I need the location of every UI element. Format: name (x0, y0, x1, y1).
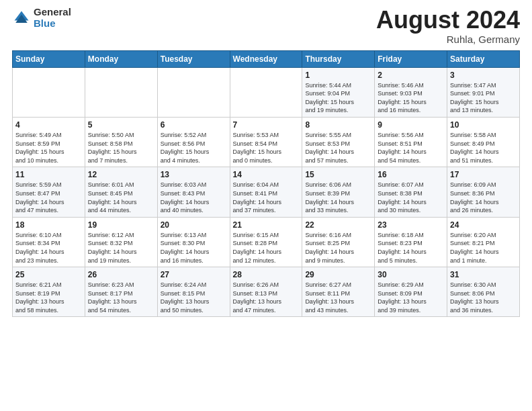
col-thursday: Thursday (302, 50, 375, 67)
calendar-week-4: 18Sunrise: 6:10 AMSunset: 8:34 PMDayligh… (13, 217, 520, 267)
calendar-cell: 9Sunrise: 5:56 AMSunset: 8:51 PMDaylight… (375, 117, 447, 167)
day-number: 28 (233, 270, 300, 279)
calendar-cell: 20Sunrise: 6:13 AMSunset: 8:30 PMDayligh… (157, 217, 230, 267)
day-number: 11 (15, 170, 82, 179)
day-number: 26 (88, 270, 154, 279)
day-number: 13 (161, 170, 227, 179)
day-info: Sunrise: 6:04 AMSunset: 8:41 PMDaylight:… (233, 181, 300, 214)
col-monday: Monday (85, 50, 157, 67)
day-info: Sunrise: 6:29 AMSunset: 8:09 PMDaylight:… (378, 281, 444, 314)
calendar-cell: 25Sunrise: 6:21 AMSunset: 8:19 PMDayligh… (13, 267, 85, 317)
calendar-cell: 29Sunrise: 6:27 AMSunset: 8:11 PMDayligh… (302, 267, 375, 317)
day-info: Sunrise: 6:15 AMSunset: 8:28 PMDaylight:… (233, 231, 300, 265)
day-info: Sunrise: 6:16 AMSunset: 8:25 PMDaylight:… (305, 231, 371, 265)
day-number: 10 (450, 120, 517, 130)
day-number: 16 (378, 170, 444, 179)
calendar-cell: 16Sunrise: 6:07 AMSunset: 8:38 PMDayligh… (375, 167, 447, 217)
day-info: Sunrise: 6:24 AMSunset: 8:15 PMDaylight:… (161, 281, 227, 314)
day-info: Sunrise: 6:26 AMSunset: 8:13 PMDaylight:… (233, 281, 300, 314)
day-number: 2 (378, 71, 444, 80)
day-number: 8 (305, 120, 371, 130)
day-number: 21 (233, 220, 300, 230)
page: General Blue August 2024 Ruhla, Germany … (0, 0, 532, 411)
day-number: 5 (88, 120, 154, 130)
calendar-cell: 2Sunrise: 5:46 AMSunset: 9:03 PMDaylight… (375, 67, 447, 117)
day-number: 23 (378, 220, 444, 230)
day-info: Sunrise: 5:56 AMSunset: 8:51 PMDaylight:… (378, 131, 444, 165)
calendar-cell: 14Sunrise: 6:04 AMSunset: 8:41 PMDayligh… (230, 167, 302, 217)
calendar-cell: 23Sunrise: 6:18 AMSunset: 8:23 PMDayligh… (375, 217, 447, 267)
col-saturday: Saturday (447, 50, 520, 67)
calendar-title: August 2024 (376, 7, 520, 34)
calendar-cell: 12Sunrise: 6:01 AMSunset: 8:45 PMDayligh… (85, 167, 157, 217)
calendar-week-5: 25Sunrise: 6:21 AMSunset: 8:19 PMDayligh… (13, 267, 520, 317)
day-number: 12 (88, 170, 154, 179)
col-tuesday: Tuesday (157, 50, 230, 67)
day-info: Sunrise: 6:23 AMSunset: 8:17 PMDaylight:… (88, 281, 154, 314)
calendar-cell: 22Sunrise: 6:16 AMSunset: 8:25 PMDayligh… (302, 217, 375, 267)
calendar-cell: 30Sunrise: 6:29 AMSunset: 8:09 PMDayligh… (375, 267, 447, 317)
day-info: Sunrise: 6:09 AMSunset: 8:36 PMDaylight:… (450, 181, 517, 214)
day-number: 30 (378, 270, 444, 279)
day-info: Sunrise: 5:50 AMSunset: 8:58 PMDaylight:… (88, 131, 154, 165)
day-info: Sunrise: 6:13 AMSunset: 8:30 PMDaylight:… (161, 231, 227, 265)
calendar-cell: 8Sunrise: 5:55 AMSunset: 8:53 PMDaylight… (302, 117, 375, 167)
day-info: Sunrise: 6:03 AMSunset: 8:43 PMDaylight:… (161, 181, 227, 214)
day-number: 17 (450, 170, 517, 179)
day-info: Sunrise: 6:30 AMSunset: 8:06 PMDaylight:… (450, 281, 517, 314)
calendar-table: Sunday Monday Tuesday Wednesday Thursday… (12, 50, 520, 318)
day-number: 4 (15, 120, 82, 130)
calendar-cell: 28Sunrise: 6:26 AMSunset: 8:13 PMDayligh… (230, 267, 302, 317)
logo: General Blue (12, 7, 71, 29)
day-number: 15 (305, 170, 371, 179)
calendar-week-2: 4Sunrise: 5:49 AMSunset: 8:59 PMDaylight… (13, 117, 520, 167)
day-info: Sunrise: 5:47 AMSunset: 9:01 PMDaylight:… (450, 81, 517, 115)
day-info: Sunrise: 5:58 AMSunset: 8:49 PMDaylight:… (450, 131, 517, 165)
day-number: 18 (15, 220, 82, 230)
day-info: Sunrise: 6:06 AMSunset: 8:39 PMDaylight:… (305, 181, 371, 214)
day-info: Sunrise: 6:20 AMSunset: 8:21 PMDaylight:… (450, 231, 517, 265)
day-number: 7 (233, 120, 300, 130)
calendar-cell: 6Sunrise: 5:52 AMSunset: 8:56 PMDaylight… (157, 117, 230, 167)
header-row: Sunday Monday Tuesday Wednesday Thursday… (13, 50, 520, 67)
day-number: 24 (450, 220, 517, 230)
calendar-cell (230, 67, 302, 117)
calendar-location: Ruhla, Germany (376, 34, 520, 45)
day-info: Sunrise: 6:12 AMSunset: 8:32 PMDaylight:… (88, 231, 154, 265)
day-number: 20 (161, 220, 227, 230)
day-info: Sunrise: 6:21 AMSunset: 8:19 PMDaylight:… (15, 281, 82, 314)
calendar-cell: 10Sunrise: 5:58 AMSunset: 8:49 PMDayligh… (447, 117, 520, 167)
header: General Blue August 2024 Ruhla, Germany (12, 7, 520, 45)
day-info: Sunrise: 6:10 AMSunset: 8:34 PMDaylight:… (15, 231, 82, 265)
day-info: Sunrise: 5:52 AMSunset: 8:56 PMDaylight:… (161, 131, 227, 165)
day-info: Sunrise: 5:44 AMSunset: 9:04 PMDaylight:… (305, 81, 371, 115)
day-info: Sunrise: 5:59 AMSunset: 8:47 PMDaylight:… (15, 181, 82, 214)
calendar-cell: 13Sunrise: 6:03 AMSunset: 8:43 PMDayligh… (157, 167, 230, 217)
day-info: Sunrise: 6:07 AMSunset: 8:38 PMDaylight:… (378, 181, 444, 214)
calendar-cell: 24Sunrise: 6:20 AMSunset: 8:21 PMDayligh… (447, 217, 520, 267)
calendar-cell: 7Sunrise: 5:53 AMSunset: 8:54 PMDaylight… (230, 117, 302, 167)
day-number: 31 (450, 270, 517, 279)
day-number: 3 (450, 71, 517, 80)
calendar-cell: 11Sunrise: 5:59 AMSunset: 8:47 PMDayligh… (13, 167, 85, 217)
calendar-cell (157, 67, 230, 117)
calendar-cell: 3Sunrise: 5:47 AMSunset: 9:01 PMDaylight… (447, 67, 520, 117)
calendar-cell: 15Sunrise: 6:06 AMSunset: 8:39 PMDayligh… (302, 167, 375, 217)
calendar-week-3: 11Sunrise: 5:59 AMSunset: 8:47 PMDayligh… (13, 167, 520, 217)
calendar-cell: 1Sunrise: 5:44 AMSunset: 9:04 PMDaylight… (302, 67, 375, 117)
col-friday: Friday (375, 50, 447, 67)
day-info: Sunrise: 6:01 AMSunset: 8:45 PMDaylight:… (88, 181, 154, 214)
calendar-cell: 18Sunrise: 6:10 AMSunset: 8:34 PMDayligh… (13, 217, 85, 267)
day-info: Sunrise: 5:46 AMSunset: 9:03 PMDaylight:… (378, 81, 444, 115)
calendar-cell: 31Sunrise: 6:30 AMSunset: 8:06 PMDayligh… (447, 267, 520, 317)
day-info: Sunrise: 6:18 AMSunset: 8:23 PMDaylight:… (378, 231, 444, 265)
day-info: Sunrise: 6:27 AMSunset: 8:11 PMDaylight:… (305, 281, 371, 314)
day-number: 25 (15, 270, 82, 279)
day-number: 6 (161, 120, 227, 130)
day-info: Sunrise: 5:49 AMSunset: 8:59 PMDaylight:… (15, 131, 82, 165)
calendar-cell (85, 67, 157, 117)
calendar-cell: 5Sunrise: 5:50 AMSunset: 8:58 PMDaylight… (85, 117, 157, 167)
calendar-cell: 21Sunrise: 6:15 AMSunset: 8:28 PMDayligh… (230, 217, 302, 267)
col-sunday: Sunday (13, 50, 85, 67)
calendar-cell: 19Sunrise: 6:12 AMSunset: 8:32 PMDayligh… (85, 217, 157, 267)
